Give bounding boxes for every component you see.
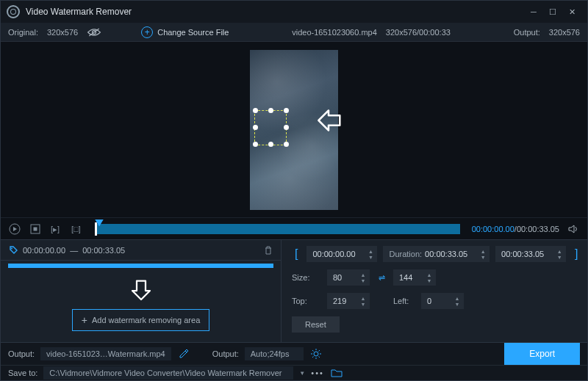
spin-up[interactable]: ▲ xyxy=(556,249,563,254)
spin-up[interactable]: ▲ xyxy=(359,296,367,301)
step-back-button[interactable]: [▸] xyxy=(49,222,62,236)
plus-icon: + xyxy=(141,26,153,38)
range-start-input[interactable] xyxy=(312,250,364,258)
height-field[interactable]: ▲▼ xyxy=(393,269,436,286)
top-input[interactable] xyxy=(333,297,356,305)
range-start-bracket[interactable]: [ xyxy=(292,247,301,261)
save-to-label: Save to: xyxy=(8,369,37,377)
save-to-dropdown[interactable]: ▼ xyxy=(299,370,305,377)
source-dims-duration: 320x576/00:00:33 xyxy=(386,28,451,37)
reset-button[interactable]: Reset xyxy=(292,316,340,333)
maximize-button[interactable]: ☐ xyxy=(543,2,562,21)
svg-text:[▸]: [▸] xyxy=(51,225,60,233)
position-row: Top: ▲▼ Left: ▲▼ xyxy=(292,293,581,309)
left-field[interactable]: ▲▼ xyxy=(421,293,464,309)
output-format-label: Output: xyxy=(212,349,239,358)
arrow-down-icon xyxy=(130,280,152,302)
app-logo-icon xyxy=(7,5,20,18)
resize-handle-sw[interactable] xyxy=(253,142,258,147)
spin-down[interactable]: ▼ xyxy=(359,278,367,283)
resize-handle-s[interactable] xyxy=(268,142,273,147)
resize-handle-n[interactable] xyxy=(268,108,273,113)
segment-sep: — xyxy=(70,246,78,255)
play-button[interactable] xyxy=(8,222,21,236)
svg-point-7 xyxy=(11,247,12,249)
range-duration-field[interactable]: Duration:▲▼ xyxy=(383,246,490,262)
footer: Output: video-1651023…Watermark.mp4 Outp… xyxy=(1,342,587,380)
segments-panel: 00:00:00.00 — 00:00:33.05 + Add watermar… xyxy=(1,240,282,342)
stop-button[interactable] xyxy=(29,222,42,236)
duration-label: Duration: xyxy=(389,250,422,258)
settings-panels: 00:00:00.00 — 00:00:33.05 + Add watermar… xyxy=(1,239,587,342)
svg-text:[□]: [□] xyxy=(71,225,81,233)
range-end-field[interactable]: ▲▼ xyxy=(495,246,566,262)
range-start-field[interactable]: ▲▼ xyxy=(306,246,377,262)
info-bar: Original: 320x576 + Change Source File v… xyxy=(1,23,587,42)
spin-down[interactable]: ▼ xyxy=(453,302,461,307)
export-button[interactable]: Export xyxy=(504,343,580,365)
segment-header: 00:00:00.00 — 00:00:33.05 xyxy=(1,240,281,261)
output-dimensions: 320x576 xyxy=(549,28,580,37)
spin-down[interactable]: ▼ xyxy=(479,255,487,260)
delete-segment-button[interactable] xyxy=(263,245,273,255)
resize-handle-se[interactable] xyxy=(284,142,289,147)
left-label: Left: xyxy=(393,297,415,305)
timeline-track[interactable] xyxy=(95,224,460,234)
output-settings-button[interactable] xyxy=(309,347,323,360)
resize-handle-ne[interactable] xyxy=(284,108,289,113)
playback-bar: [▸] [□] 00:00:00.00/00:00:33.05 xyxy=(1,217,587,239)
watermark-selection-box[interactable] xyxy=(254,110,287,145)
save-to-path: C:\Vidmore\Vidmore Video Converter\Video… xyxy=(43,366,293,380)
video-preview[interactable] xyxy=(1,42,587,217)
range-end-input[interactable] xyxy=(501,250,553,258)
volume-button[interactable] xyxy=(567,222,580,236)
left-input[interactable] xyxy=(427,297,451,305)
plus-icon: + xyxy=(82,314,87,326)
step-forward-button[interactable]: [□] xyxy=(70,222,83,236)
segment-start: 00:00:00.00 xyxy=(23,246,65,255)
output-format-value: Auto;24fps xyxy=(245,347,304,360)
change-source-button[interactable]: + Change Source File xyxy=(141,26,229,38)
arrow-left-icon xyxy=(316,108,341,133)
edit-output-name-button[interactable] xyxy=(177,347,190,360)
spin-up[interactable]: ▲ xyxy=(453,296,461,301)
change-source-label: Change Source File xyxy=(157,28,229,37)
top-field[interactable]: ▲▼ xyxy=(327,293,370,309)
resize-handle-w[interactable] xyxy=(253,125,258,130)
spin-up[interactable]: ▲ xyxy=(479,249,487,254)
top-label: Top: xyxy=(292,297,321,305)
browse-folder-button[interactable]: ••• xyxy=(311,369,324,377)
source-filename: video-1651023060.mp4 xyxy=(292,28,377,37)
range-end-bracket[interactable]: ] xyxy=(572,247,581,261)
segment-icon xyxy=(8,245,18,255)
resize-handle-nw[interactable] xyxy=(253,108,258,113)
minimize-button[interactable]: ─ xyxy=(524,2,543,21)
svg-point-8 xyxy=(314,352,318,356)
segment-end: 00:00:33.05 xyxy=(82,246,125,255)
spin-up[interactable]: ▲ xyxy=(367,249,374,254)
spin-up[interactable]: ▲ xyxy=(426,272,433,277)
preview-original-toggle[interactable] xyxy=(87,27,101,37)
spin-down[interactable]: ▼ xyxy=(367,255,374,260)
range-duration-input[interactable] xyxy=(425,250,476,258)
properties-panel: [ ▲▼ Duration:▲▼ ▲▼ ] Size: ▲▼ ⇌ ▲▼ Top:… xyxy=(282,240,588,342)
add-watermark-area-button[interactable]: + Add watermark removing area xyxy=(72,309,210,331)
width-field[interactable]: ▲▼ xyxy=(327,269,370,286)
close-button[interactable]: ✕ xyxy=(562,2,581,21)
svg-rect-4 xyxy=(34,227,37,231)
width-input[interactable] xyxy=(333,273,356,282)
height-input[interactable] xyxy=(399,273,423,282)
spin-down[interactable]: ▼ xyxy=(359,302,367,307)
add-area-label: Add watermark removing area xyxy=(92,316,200,324)
spin-down[interactable]: ▼ xyxy=(426,278,433,283)
aspect-lock-icon[interactable]: ⇌ xyxy=(376,273,387,283)
output-filename: video-1651023…Watermark.mp4 xyxy=(40,347,171,360)
spin-up[interactable]: ▲ xyxy=(359,272,367,277)
app-title: Video Watermark Remover xyxy=(26,7,524,17)
size-label: Size: xyxy=(292,273,321,282)
open-folder-button[interactable] xyxy=(330,366,343,380)
resize-handle-e[interactable] xyxy=(284,125,289,130)
time-range-row: [ ▲▼ Duration:▲▼ ▲▼ ] xyxy=(292,246,581,262)
timeline-playhead[interactable] xyxy=(95,222,97,236)
spin-down[interactable]: ▼ xyxy=(556,255,563,260)
